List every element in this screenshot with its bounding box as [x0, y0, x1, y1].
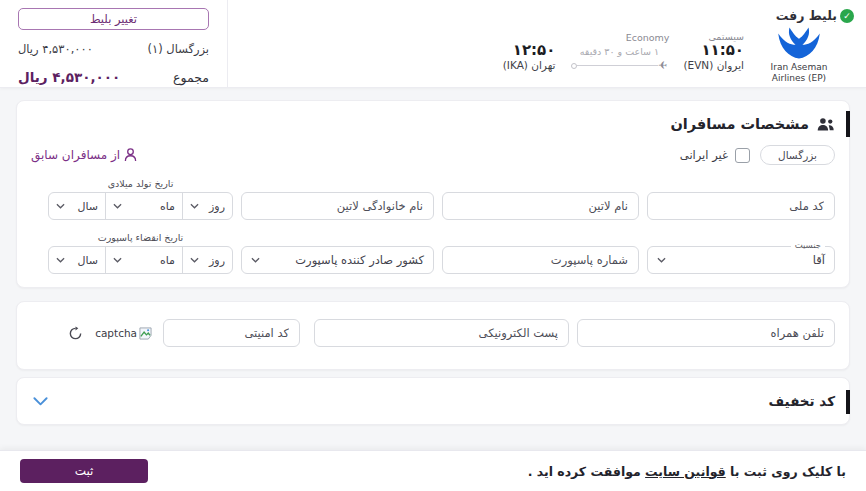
passengers-header: مشخصات مسافران	[31, 111, 835, 137]
airline-block: ✓ بلیط رفت Iran Aseman Airlines (EP)	[744, 0, 866, 87]
expand-discount-button[interactable]	[31, 395, 50, 408]
chevron-down-icon	[251, 257, 260, 263]
birth-date-label: تاریخ تولد میلادی	[48, 178, 233, 189]
expiry-day-select[interactable]: روز	[183, 247, 232, 273]
adult-chip[interactable]: بزرگسال	[760, 145, 835, 165]
month-label: ماه	[160, 254, 175, 267]
total-price-value: ۴,۵۳۰,۰۰۰ ریال	[18, 69, 120, 85]
captcha-alt-text: captcha	[95, 327, 137, 339]
passport-expiry-selects: روز ماه سال	[48, 246, 233, 274]
chevron-down-icon	[113, 203, 122, 209]
ticket-type-header: ✓ بلیط رفت	[744, 8, 854, 23]
spacer	[228, 0, 503, 87]
route-dot-icon	[571, 63, 577, 69]
non-iranian-option: غیر ایرانی	[680, 148, 750, 163]
gender-value: آقا	[813, 253, 825, 267]
arrival-block: ۱۲:۵۰ تهران (IKA)	[503, 31, 556, 87]
arrival-time: ۱۲:۵۰	[513, 42, 556, 59]
green-check-icon: ✓	[840, 9, 854, 23]
refresh-captcha-button[interactable]	[68, 326, 83, 341]
duration-block: Economy ۱ ساعت و ۳۰ دقیقه ✈	[569, 31, 669, 87]
captcha-area: captcha	[95, 327, 152, 340]
section-accent-bar	[846, 111, 850, 137]
adult-price-row: بزرگسال (۱) ۴,۵۳۰,۰۰۰ ریال	[18, 42, 209, 56]
change-ticket-button[interactable]: تغییر بلیط	[18, 8, 209, 30]
total-label: مجموع	[173, 70, 209, 85]
month-label: ماه	[160, 200, 175, 213]
passport-country-select[interactable]: کشور صادر کننده پاسپورت	[241, 246, 434, 274]
passport-expiry-label: تاریخ انقضاء پاسپورت	[48, 232, 233, 243]
discount-card: کد تخفیف	[16, 377, 850, 425]
passenger-options-row: بزرگسال غیر ایرانی از مسافران سابق	[31, 144, 835, 166]
site-rules-link[interactable]: قوانین سایت	[645, 464, 726, 479]
airline-name: Iran Aseman Airlines (EP)	[754, 62, 844, 85]
year-label: سال	[77, 200, 98, 213]
birth-month-select[interactable]: ماه	[105, 193, 183, 219]
last-name-latin-input[interactable]	[241, 192, 434, 220]
section-accent-bar	[846, 390, 850, 414]
footer-bar: با کلیک روی ثبت با قوانین سایت موافقت کر…	[0, 450, 866, 491]
chevron-down-icon	[113, 257, 122, 263]
passport-expiry-group: تاریخ انقضاء پاسپورت روز ماه سال	[48, 232, 233, 274]
submit-button[interactable]: ثبت	[20, 459, 148, 483]
route-rail	[577, 65, 658, 66]
previous-passengers-link[interactable]: از مسافران سابق	[31, 148, 137, 162]
chevron-down-icon	[56, 203, 65, 209]
birth-date-group: تاریخ تولد میلادی روز ماه سال	[48, 178, 233, 220]
total-price-row: مجموع ۴,۵۳۰,۰۰۰ ریال	[18, 69, 209, 85]
birth-date-selects: روز ماه سال	[48, 192, 233, 220]
birth-year-select[interactable]: سال	[49, 193, 105, 219]
passengers-card: مشخصات مسافران بزرگسال غیر ایرانی از مسا…	[16, 100, 850, 288]
chevron-down-icon	[190, 257, 199, 263]
year-label: سال	[77, 254, 98, 267]
day-label: روز	[209, 200, 225, 213]
airline-logo-icon	[773, 25, 825, 61]
contact-card: captcha	[16, 301, 850, 370]
adult-count-label: بزرگسال (۱)	[147, 42, 209, 56]
flight-summary-bar: ✓ بلیط رفت Iran Aseman Airlines (EP) سیس…	[0, 0, 866, 88]
cabin-class-label: Economy	[626, 32, 670, 43]
booking-page: ✓ بلیط رفت Iran Aseman Airlines (EP) سیس…	[0, 0, 866, 491]
route-line: ✈	[571, 60, 667, 71]
chevron-down-icon	[190, 203, 199, 209]
previous-passengers-label: از مسافران سابق	[31, 148, 120, 162]
passenger-type-controls: بزرگسال غیر ایرانی	[680, 145, 835, 165]
day-label: روز	[209, 254, 225, 267]
ticket-type-label: بلیط رفت	[776, 8, 837, 23]
departure-block: سیستمی ۱۱:۵۰ ایروان (EVN)	[683, 31, 744, 87]
agreement-suffix: موافقت کرده اید .	[528, 464, 645, 479]
passenger-form-row-1: تاریخ تولد میلادی روز ماه سال	[31, 178, 835, 220]
person-icon	[124, 148, 137, 162]
passport-number-input[interactable]	[442, 246, 639, 274]
price-summary-panel: تغییر بلیط بزرگسال (۱) ۴,۵۳۰,۰۰۰ ریال مج…	[0, 0, 228, 87]
arrival-city: تهران (IKA)	[503, 59, 556, 71]
chevron-down-icon	[56, 257, 65, 263]
national-code-input[interactable]	[647, 192, 835, 220]
agreement-text: با کلیک روی ثبت با قوانین سایت موافقت کر…	[528, 464, 846, 479]
flight-times: سیستمی ۱۱:۵۰ ایروان (EVN) Economy ۱ ساعت…	[503, 31, 744, 87]
passenger-form-row-2: جنسیت آقا کشور صادر کننده پاسپورت تاریخ …	[31, 232, 835, 274]
broken-image-icon	[139, 327, 152, 340]
duration-label: ۱ ساعت و ۳۰ دقیقه	[580, 46, 659, 57]
plane-icon: ✈	[658, 60, 667, 71]
passengers-icon	[816, 117, 835, 132]
passengers-title: مشخصات مسافران	[670, 116, 809, 132]
first-name-latin-input[interactable]	[442, 192, 639, 220]
discount-header: کد تخفیف	[769, 393, 835, 409]
departure-time: ۱۱:۵۰	[701, 42, 744, 59]
non-iranian-checkbox[interactable]	[735, 148, 750, 163]
agreement-prefix: با کلیک روی ثبت با	[726, 464, 846, 479]
discount-title: کد تخفیف	[769, 393, 835, 409]
refresh-icon	[68, 326, 83, 341]
contact-form-row: captcha	[31, 319, 835, 347]
birth-day-select[interactable]: روز	[183, 193, 232, 219]
gender-label: جنسیت	[791, 240, 825, 250]
expiry-month-select[interactable]: ماه	[105, 247, 183, 273]
adult-price-value: ۴,۵۳۰,۰۰۰ ریال	[18, 42, 93, 56]
security-code-input[interactable]	[163, 319, 300, 347]
expiry-year-select[interactable]: سال	[49, 247, 105, 273]
departure-city: ایروان (EVN)	[683, 59, 744, 71]
mobile-phone-input[interactable]	[577, 319, 835, 347]
email-input[interactable]	[314, 319, 569, 347]
gender-select[interactable]: جنسیت آقا	[647, 246, 835, 274]
